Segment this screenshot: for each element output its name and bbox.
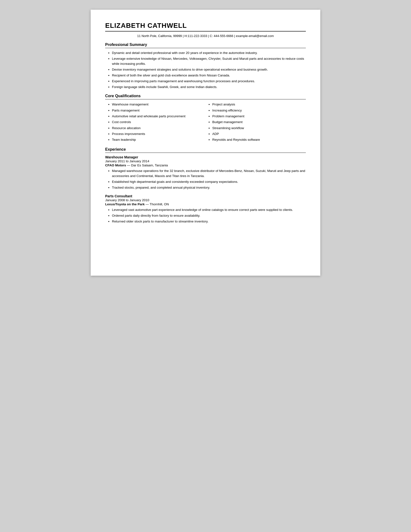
list-item: Experienced in improving parts managemen… [112, 79, 306, 84]
list-item: Process improvements [112, 131, 206, 137]
list-item: Returned older stock parts to manufactur… [112, 219, 306, 224]
professional-summary-title: Professional Summary [105, 43, 306, 47]
list-item: Automotive retail and wholesale parts pr… [112, 114, 206, 119]
list-item: Resource allocation [112, 125, 206, 131]
job-company-bold-2: Lexus/Toyota on the Park [105, 202, 145, 206]
professional-summary-section: Professional Summary Dynamic and detail … [105, 43, 306, 89]
list-item: Foreign language skills include Swahili,… [112, 85, 306, 90]
job-title-1: Warehouse Manager [105, 155, 306, 159]
job-block-1: Warehouse Manager January 2011 to Januar… [105, 155, 306, 190]
list-item: ADP [212, 131, 306, 137]
list-item: Project analysis [212, 102, 306, 107]
list-item: Increasing efficiency [212, 108, 306, 113]
core-qualifications-section: Core Qualifications Warehouse management… [105, 94, 306, 143]
job-block-2: Parts Consultant January 2008 to January… [105, 194, 306, 224]
list-item: Parts management [112, 108, 206, 113]
job-company-rest-2: — Thornhill, ON [145, 202, 169, 206]
list-item: Dynamic and detail oriented professional… [112, 50, 306, 56]
list-item: Problem management [212, 114, 306, 119]
core-qualifications-title: Core Qualifications [105, 94, 306, 98]
list-item: Leveraged vast automotive part experienc… [112, 208, 306, 213]
job-company-1: CFAO Motors — Dar Es Salaam, Tanzania [105, 163, 306, 167]
list-item: Team leadership [112, 137, 206, 142]
list-item: Tracked stocks, prepared, and completed … [112, 185, 306, 190]
contact-info: 11 North Pole, California, 99999 | H:111… [105, 34, 306, 38]
experience-title: Experience [105, 147, 306, 152]
job-dates-1: January 2011 to January 2014 [105, 159, 306, 163]
professional-summary-divider [105, 48, 306, 48]
qualifications-right-list: Project analysis Increasing efficiency P… [212, 102, 306, 142]
candidate-name: ELIZABETH CATHWELL [105, 22, 306, 29]
list-item: Ordered parts daily directly from factor… [112, 213, 306, 218]
qualifications-left-list: Warehouse management Parts management Au… [112, 102, 206, 142]
resume-page: ELIZABETH CATHWELL 11 North Pole, Califo… [91, 10, 320, 276]
job-company-rest-1: — Dar Es Salaam, Tanzania [126, 163, 168, 167]
list-item: Budget management [212, 119, 306, 125]
list-item: Devise inventory management strategies a… [112, 67, 306, 72]
header-divider [105, 31, 306, 32]
list-item: Managed warehouse operations for the 32 … [112, 169, 306, 179]
qualifications-left-col: Warehouse management Parts management Au… [105, 102, 206, 143]
professional-summary-list: Dynamic and detail oriented professional… [112, 50, 306, 89]
core-qualifications-columns: Warehouse management Parts management Au… [105, 102, 306, 143]
list-item: Recipient of both the silver and gold cl… [112, 73, 306, 78]
job-company-bold-1: CFAO Motors [105, 163, 126, 167]
list-item: Warehouse management [112, 102, 206, 107]
list-item: Leverage extensive knowledge of Nissan, … [112, 56, 306, 66]
job-bullets-2: Leveraged vast automotive part experienc… [112, 208, 306, 224]
job-bullets-1: Managed warehouse operations for the 32 … [112, 169, 306, 190]
job-title-2: Parts Consultant [105, 194, 306, 198]
list-item: Cost controls [112, 119, 206, 125]
list-item: Reynolds and Reynolds software [212, 137, 306, 142]
experience-divider [105, 152, 306, 153]
job-company-2: Lexus/Toyota on the Park — Thornhill, ON [105, 202, 306, 206]
core-qualifications-divider [105, 99, 306, 99]
qualifications-right-col: Project analysis Increasing efficiency P… [206, 102, 306, 143]
list-item: Established high departmental goals and … [112, 180, 306, 184]
job-dates-2: January 2008 to January 2010 [105, 198, 306, 202]
experience-section: Experience Warehouse Manager January 201… [105, 147, 306, 224]
list-item: Streamlining workflow [212, 125, 306, 131]
